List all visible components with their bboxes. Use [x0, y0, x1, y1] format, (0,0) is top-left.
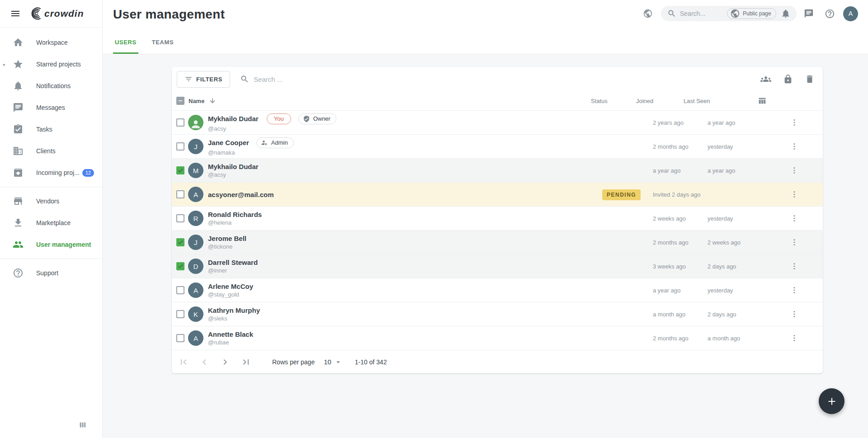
sidebar-item-label: Notifications — [36, 82, 102, 89]
avatar: D — [188, 259, 203, 274]
add-user-fab[interactable] — [819, 388, 844, 414]
first-page-icon[interactable] — [176, 355, 191, 369]
tab-teams[interactable]: TEAMS — [150, 39, 176, 54]
you-badge: You — [267, 113, 291, 124]
admin-badge: Admin — [256, 137, 294, 148]
row-checkbox[interactable] — [176, 190, 184, 198]
row-checkbox[interactable] — [176, 262, 184, 270]
apps-grid-icon[interactable] — [78, 420, 88, 430]
vendors-icon — [13, 196, 24, 207]
sidebar-item-vendors[interactable]: Vendors — [0, 190, 102, 212]
row-checkbox[interactable] — [176, 118, 184, 127]
sidebar-item-notifications[interactable]: Notifications — [0, 75, 102, 97]
sidebar-item-label: Tasks — [36, 126, 102, 133]
sidebar-item-incoming-proj[interactable]: Incoming proj...12 — [0, 162, 102, 184]
last-seen-cell: 2 days ago — [708, 263, 736, 270]
bell-icon[interactable] — [781, 9, 791, 19]
row-menu-icon[interactable] — [788, 332, 801, 344]
sort-desc-icon[interactable] — [209, 97, 216, 104]
trash-icon[interactable] — [805, 74, 815, 84]
row-menu-icon[interactable] — [788, 116, 801, 129]
prev-page-icon[interactable] — [197, 355, 212, 369]
row-menu-icon[interactable] — [788, 140, 801, 153]
row-checkbox[interactable] — [176, 334, 184, 342]
menu-icon[interactable] — [10, 8, 21, 19]
globe-icon[interactable] — [643, 9, 653, 19]
star-icon — [13, 59, 24, 70]
user-handle: @rubae — [208, 339, 253, 346]
user-handle: @namaka — [208, 149, 294, 156]
avatar: A — [188, 330, 203, 346]
user-name[interactable]: Arlene McCoy — [208, 283, 253, 290]
columns-icon[interactable] — [757, 96, 767, 106]
row-menu-icon[interactable] — [788, 212, 801, 225]
row-checkbox[interactable] — [176, 166, 184, 174]
user-name[interactable]: Mykhailo Dudar — [208, 163, 259, 170]
joined-cell: 2 weeks ago — [653, 215, 686, 222]
user-name[interactable]: Darrell Steward — [208, 259, 258, 266]
public-page-button[interactable]: Public page — [727, 8, 776, 19]
next-page-icon[interactable] — [218, 355, 232, 369]
user-name[interactable]: Jerome Bell — [208, 235, 246, 242]
select-all-checkbox[interactable] — [176, 97, 184, 105]
chevron-right-icon[interactable]: ▸ — [3, 62, 5, 67]
sidebar-item-marketplace[interactable]: Marketplace — [0, 212, 102, 234]
last-seen-cell: yesterday — [708, 143, 733, 150]
user-name[interactable]: Jane Cooper — [208, 139, 249, 146]
user-name[interactable]: Ronald Richards — [208, 211, 262, 218]
sidebar: crowdin Workspace▸Starred projectsNotifi… — [0, 0, 103, 438]
user-name[interactable]: Mykhailo Dudar — [208, 115, 259, 122]
pagination-range: 1-10 of 342 — [355, 358, 387, 366]
row-menu-icon[interactable] — [788, 188, 801, 201]
row-checkbox[interactable] — [176, 310, 184, 318]
row-menu-icon[interactable] — [788, 284, 801, 297]
row-checkbox[interactable] — [176, 286, 184, 294]
global-search-input[interactable] — [680, 10, 727, 17]
table-search-input[interactable] — [254, 75, 434, 83]
tab-users[interactable]: USERS — [113, 39, 138, 54]
sidebar-item-clients[interactable]: Clients — [0, 140, 102, 162]
user-handle: @sleks — [208, 315, 260, 322]
sidebar-item-label: User management — [36, 241, 102, 248]
row-checkbox[interactable] — [176, 238, 184, 246]
joined-cell: 2 months ago — [653, 239, 689, 246]
row-checkbox[interactable] — [176, 142, 184, 151]
filters-button[interactable]: FILTERS — [177, 71, 230, 88]
row-menu-icon[interactable] — [788, 260, 801, 273]
crowdin-logo[interactable]: crowdin — [26, 7, 95, 20]
sidebar-item-workspace[interactable]: Workspace — [0, 32, 102, 53]
user-name[interactable]: Kathryn Murphy — [208, 306, 260, 314]
sidebar-item-starred-projects[interactable]: ▸Starred projects — [0, 53, 102, 75]
row-menu-icon[interactable] — [788, 164, 801, 177]
sidebar-item-support[interactable]: Support — [0, 262, 102, 284]
last-page-icon[interactable] — [239, 355, 253, 369]
table-row: RRonald Richards@helena2 weeks agoyester… — [172, 207, 823, 231]
avatar[interactable]: A — [843, 6, 858, 21]
column-name[interactable]: Name — [189, 98, 204, 104]
lock-icon[interactable] — [783, 74, 793, 84]
row-menu-icon[interactable] — [788, 236, 801, 249]
rows-per-page-select[interactable]: 10 — [324, 358, 342, 366]
user-handle: @stay_gold — [208, 291, 253, 298]
user-name[interactable]: Annette Black — [208, 330, 253, 338]
sidebar-item-messages[interactable]: Messages — [0, 97, 102, 118]
joined-cell: a year ago — [653, 167, 680, 174]
group-icon[interactable] — [760, 74, 771, 85]
last-seen-cell: a year ago — [708, 167, 735, 174]
sidebar-item-tasks[interactable]: Tasks — [0, 118, 102, 140]
message-icon[interactable] — [804, 9, 814, 19]
user-name[interactable]: acsyoner@mail.com — [208, 191, 274, 198]
help-icon[interactable] — [825, 9, 835, 19]
table-row: KKathryn Murphy@sleksa month ago2 days a… — [172, 302, 823, 326]
last-seen-cell: yesterday — [708, 215, 733, 222]
avatar: R — [188, 211, 203, 226]
table-body: Mykhailo DudarYouOwner@acsy2 years agoa … — [172, 111, 823, 350]
avatar: J — [188, 139, 203, 154]
owner-badge: Owner — [298, 113, 336, 124]
sidebar-item-user-management[interactable]: User management — [0, 234, 102, 255]
row-checkbox[interactable] — [176, 214, 184, 222]
row-menu-icon[interactable] — [788, 308, 801, 320]
user-cell: Darrell Steward@inner — [208, 259, 258, 274]
user-handle: @helena — [208, 219, 262, 226]
user-cell: Mykhailo DudarYouOwner@acsy — [208, 113, 336, 132]
